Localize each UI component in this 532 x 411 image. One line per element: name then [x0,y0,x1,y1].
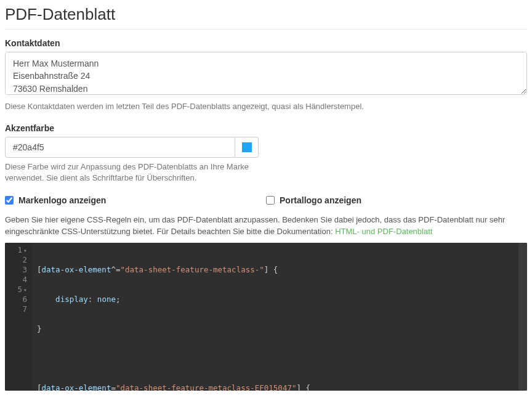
page-title: PDF-Datenblatt [5,5,527,30]
contact-label: Kontaktdaten [5,38,527,48]
accent-input[interactable] [5,137,235,158]
editor-code[interactable]: [data-ox-element^="data-sheet-feature-me… [32,243,518,391]
editor-gutter: 1▾ 2 3 4 5▾ 6 7 [5,243,32,391]
portallogo-checkbox[interactable] [266,196,275,205]
contact-section: Kontaktdaten Diese Kontaktdaten werden i… [5,38,527,112]
accent-label: Akzentfarbe [5,123,527,133]
brandlogo-checkbox[interactable] [5,196,14,205]
editor-scrollbar[interactable] [518,243,527,391]
accent-help: Diese Farbe wird zur Anpassung des PDF-D… [5,161,259,184]
color-picker-button[interactable] [235,137,259,158]
checkbox-row: Markenlogo anzeigen Portallogo anzeigen [5,195,527,205]
color-swatch-icon [242,142,252,152]
contact-textarea[interactable] [5,52,527,95]
contact-help: Diese Kontaktdaten werden im letzten Tei… [5,101,527,112]
accent-section: Akzentfarbe Diese Farbe wird zur Anpassu… [5,123,527,184]
portallogo-label[interactable]: Portallogo anzeigen [280,195,361,205]
css-intro-text: Geben Sie hier eigene CSS-Regeln ein, um… [5,214,527,238]
brandlogo-label[interactable]: Markenlogo anzeigen [18,195,106,205]
docs-link[interactable]: HTML- und PDF-Datenblatt [335,227,432,236]
css-editor[interactable]: 1▾ 2 3 4 5▾ 6 7 [data-ox-element^="data-… [5,243,527,391]
